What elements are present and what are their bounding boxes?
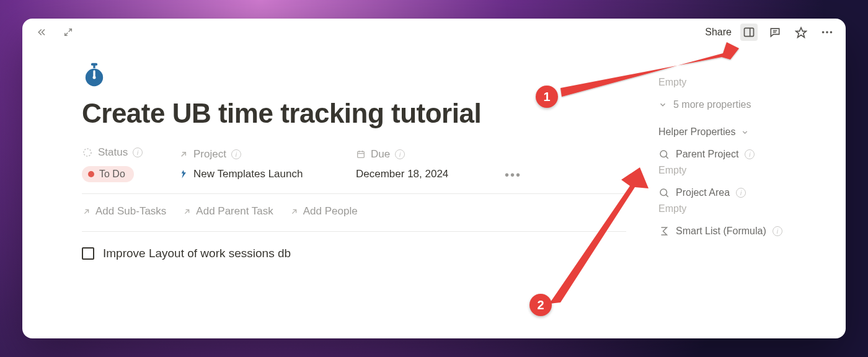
info-icon: i xyxy=(395,149,405,159)
add-sub-tasks[interactable]: Add Sub-Tasks xyxy=(82,205,166,218)
info-icon: i xyxy=(133,148,143,157)
parent-project-value[interactable]: Empty xyxy=(658,165,830,176)
panel-toggle-icon[interactable] xyxy=(740,24,758,41)
info-icon: i xyxy=(773,226,782,236)
svg-rect-13 xyxy=(358,151,365,157)
svg-rect-0 xyxy=(745,28,754,36)
svg-point-12 xyxy=(84,149,91,156)
info-icon: i xyxy=(736,188,746,198)
share-button[interactable]: Share xyxy=(705,27,732,38)
property-header-row: Status i To Do Project i xyxy=(82,146,626,182)
due-value[interactable]: December 18, 2024 xyxy=(356,168,480,180)
main-content: Create UB time tracking tutorial Status … xyxy=(22,46,658,338)
property-more-icon[interactable]: ••• xyxy=(502,168,524,182)
status-dot-icon xyxy=(88,171,94,177)
topbar: Share xyxy=(22,19,846,46)
svg-rect-9 xyxy=(93,65,95,68)
annotation-badge-1: 1 xyxy=(536,86,558,108)
svg-line-20 xyxy=(666,195,668,197)
smart-list-property[interactable]: Smart List (Formula) i xyxy=(658,226,830,237)
project-area-property[interactable]: Project Area i xyxy=(658,187,830,198)
due-label: Due i xyxy=(356,148,480,161)
status-label: Status i xyxy=(82,146,156,159)
more-properties-toggle[interactable]: 5 more properties xyxy=(658,99,830,110)
notion-page-window: Share xyxy=(22,19,846,338)
todo-text[interactable]: Improve Layout of work sessions db xyxy=(103,247,291,260)
add-parent-task[interactable]: Add Parent Task xyxy=(182,205,273,218)
svg-point-6 xyxy=(826,31,828,33)
svg-point-11 xyxy=(93,76,96,79)
svg-marker-4 xyxy=(796,28,807,38)
project-value[interactable]: New Templates Launch xyxy=(179,168,334,180)
comments-icon[interactable] xyxy=(766,24,784,41)
sidepanel-empty: Empty xyxy=(658,77,830,88)
expand-diagonal-icon[interactable] xyxy=(60,24,77,41)
more-menu-icon[interactable] xyxy=(818,24,836,41)
annotation-badge-2: 2 xyxy=(529,294,552,316)
add-actions-row: Add Sub-Tasks Add Parent Task Add People xyxy=(82,205,626,218)
add-people[interactable]: Add People xyxy=(290,205,358,218)
checkbox-icon[interactable] xyxy=(82,247,94,260)
parent-project-property[interactable]: Parent Project i xyxy=(658,149,830,160)
collapse-icon[interactable] xyxy=(32,24,50,41)
svg-point-19 xyxy=(660,189,667,196)
info-icon: i xyxy=(231,149,241,159)
page-icon-stopwatch[interactable] xyxy=(81,61,108,88)
favorite-star-icon[interactable] xyxy=(792,24,810,41)
properties-side-panel: Empty 5 more properties Helper Propertie… xyxy=(658,46,846,338)
divider xyxy=(82,193,626,194)
svg-point-7 xyxy=(830,31,833,33)
todo-item[interactable]: Improve Layout of work sessions db xyxy=(82,247,626,260)
status-value[interactable]: To Do xyxy=(82,166,134,182)
project-label: Project i xyxy=(179,148,334,161)
divider xyxy=(82,231,626,232)
svg-point-5 xyxy=(822,31,825,33)
info-icon: i xyxy=(745,149,755,159)
svg-line-18 xyxy=(666,156,668,159)
helper-properties-section[interactable]: Helper Properties xyxy=(658,126,830,138)
svg-point-17 xyxy=(660,151,667,157)
project-area-value[interactable]: Empty xyxy=(658,203,830,214)
